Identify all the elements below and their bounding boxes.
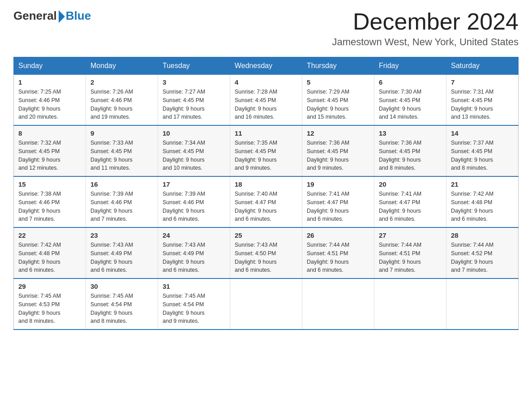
calendar-cell xyxy=(374,278,446,330)
day-number: 21 xyxy=(451,180,514,188)
day-info: Sunrise: 7:39 AMSunset: 4:46 PMDaylight:… xyxy=(90,190,153,223)
week-row-5: 29 Sunrise: 7:45 AMSunset: 4:53 PMDaylig… xyxy=(14,278,519,330)
header-wednesday: Wednesday xyxy=(230,57,302,75)
day-number: 13 xyxy=(379,129,442,137)
day-number: 2 xyxy=(90,78,153,86)
day-info: Sunrise: 7:28 AMSunset: 4:45 PMDaylight:… xyxy=(235,88,297,121)
logo-blue-text: Blue xyxy=(66,9,91,23)
day-info: Sunrise: 7:41 AMSunset: 4:47 PMDaylight:… xyxy=(307,190,369,223)
day-info: Sunrise: 7:36 AMSunset: 4:45 PMDaylight:… xyxy=(379,139,442,172)
header-saturday: Saturday xyxy=(446,57,519,75)
day-info: Sunrise: 7:32 AMSunset: 4:45 PMDaylight:… xyxy=(18,139,81,172)
day-number: 12 xyxy=(307,129,369,137)
calendar-cell: 30 Sunrise: 7:45 AMSunset: 4:54 PMDaylig… xyxy=(86,278,158,330)
calendar-cell: 15 Sunrise: 7:38 AMSunset: 4:46 PMDaylig… xyxy=(14,176,86,227)
day-info: Sunrise: 7:36 AMSunset: 4:45 PMDaylight:… xyxy=(307,139,369,172)
calendar-cell: 19 Sunrise: 7:41 AMSunset: 4:47 PMDaylig… xyxy=(302,176,374,227)
day-info: Sunrise: 7:43 AMSunset: 4:50 PMDaylight:… xyxy=(235,241,297,274)
calendar-cell: 7 Sunrise: 7:31 AMSunset: 4:45 PMDayligh… xyxy=(446,75,519,126)
day-number: 6 xyxy=(379,78,442,86)
calendar-cell: 10 Sunrise: 7:34 AMSunset: 4:45 PMDaylig… xyxy=(158,125,230,176)
title-area: December 2024 Jamestown West, New York, … xyxy=(332,9,519,48)
day-number: 3 xyxy=(163,78,225,86)
logo: General Blue xyxy=(13,9,91,23)
day-info: Sunrise: 7:42 AMSunset: 4:48 PMDaylight:… xyxy=(451,190,514,223)
day-info: Sunrise: 7:43 AMSunset: 4:49 PMDaylight:… xyxy=(163,241,225,274)
calendar-cell: 8 Sunrise: 7:32 AMSunset: 4:45 PMDayligh… xyxy=(14,125,86,176)
day-number: 18 xyxy=(235,180,297,188)
calendar-cell: 17 Sunrise: 7:39 AMSunset: 4:46 PMDaylig… xyxy=(158,176,230,227)
calendar-cell: 22 Sunrise: 7:42 AMSunset: 4:48 PMDaylig… xyxy=(14,227,86,278)
calendar-header-row: SundayMondayTuesdayWednesdayThursdayFrid… xyxy=(14,57,519,75)
day-info: Sunrise: 7:44 AMSunset: 4:52 PMDaylight:… xyxy=(451,241,514,274)
day-number: 10 xyxy=(163,129,225,137)
calendar-cell: 4 Sunrise: 7:28 AMSunset: 4:45 PMDayligh… xyxy=(230,75,302,126)
day-info: Sunrise: 7:41 AMSunset: 4:47 PMDaylight:… xyxy=(379,190,442,223)
day-number: 30 xyxy=(90,283,153,290)
calendar-cell: 18 Sunrise: 7:40 AMSunset: 4:47 PMDaylig… xyxy=(230,176,302,227)
calendar-cell: 6 Sunrise: 7:30 AMSunset: 4:45 PMDayligh… xyxy=(374,75,446,126)
day-number: 15 xyxy=(18,180,81,188)
calendar-cell xyxy=(446,278,519,330)
day-info: Sunrise: 7:26 AMSunset: 4:46 PMDaylight:… xyxy=(90,88,153,121)
calendar-cell: 25 Sunrise: 7:43 AMSunset: 4:50 PMDaylig… xyxy=(230,227,302,278)
calendar-cell: 21 Sunrise: 7:42 AMSunset: 4:48 PMDaylig… xyxy=(446,176,519,227)
day-number: 4 xyxy=(235,78,297,86)
month-title: December 2024 xyxy=(332,9,519,34)
day-number: 11 xyxy=(235,129,297,137)
day-info: Sunrise: 7:34 AMSunset: 4:45 PMDaylight:… xyxy=(163,139,225,172)
calendar-cell: 14 Sunrise: 7:37 AMSunset: 4:45 PMDaylig… xyxy=(446,125,519,176)
day-number: 25 xyxy=(235,231,297,239)
week-row-4: 22 Sunrise: 7:42 AMSunset: 4:48 PMDaylig… xyxy=(14,227,519,278)
day-number: 23 xyxy=(90,231,153,239)
day-number: 17 xyxy=(163,180,225,188)
calendar-cell: 28 Sunrise: 7:44 AMSunset: 4:52 PMDaylig… xyxy=(446,227,519,278)
calendar-cell: 9 Sunrise: 7:33 AMSunset: 4:45 PMDayligh… xyxy=(86,125,158,176)
page-header: General Blue December 2024 Jamestown Wes… xyxy=(13,9,519,48)
calendar-cell xyxy=(302,278,374,330)
calendar-cell: 29 Sunrise: 7:45 AMSunset: 4:53 PMDaylig… xyxy=(14,278,86,330)
day-info: Sunrise: 7:45 AMSunset: 4:54 PMDaylight:… xyxy=(90,292,153,325)
day-info: Sunrise: 7:29 AMSunset: 4:45 PMDaylight:… xyxy=(307,88,369,121)
calendar-table: SundayMondayTuesdayWednesdayThursdayFrid… xyxy=(13,57,519,330)
day-number: 5 xyxy=(307,78,369,86)
calendar-cell: 27 Sunrise: 7:44 AMSunset: 4:51 PMDaylig… xyxy=(374,227,446,278)
day-number: 16 xyxy=(90,180,153,188)
header-friday: Friday xyxy=(374,57,446,75)
calendar-cell: 1 Sunrise: 7:25 AMSunset: 4:46 PMDayligh… xyxy=(14,75,86,126)
day-info: Sunrise: 7:43 AMSunset: 4:49 PMDaylight:… xyxy=(90,241,153,274)
day-number: 1 xyxy=(18,78,81,86)
day-info: Sunrise: 7:39 AMSunset: 4:46 PMDaylight:… xyxy=(163,190,225,223)
day-number: 14 xyxy=(451,129,514,137)
day-number: 9 xyxy=(90,129,153,137)
day-number: 24 xyxy=(163,231,225,239)
header-sunday: Sunday xyxy=(14,57,86,75)
day-info: Sunrise: 7:25 AMSunset: 4:46 PMDaylight:… xyxy=(18,88,81,121)
day-info: Sunrise: 7:40 AMSunset: 4:47 PMDaylight:… xyxy=(235,190,297,223)
day-info: Sunrise: 7:37 AMSunset: 4:45 PMDaylight:… xyxy=(451,139,514,172)
calendar-cell: 23 Sunrise: 7:43 AMSunset: 4:49 PMDaylig… xyxy=(86,227,158,278)
calendar-cell: 2 Sunrise: 7:26 AMSunset: 4:46 PMDayligh… xyxy=(86,75,158,126)
header-thursday: Thursday xyxy=(302,57,374,75)
day-info: Sunrise: 7:44 AMSunset: 4:51 PMDaylight:… xyxy=(379,241,442,274)
logo-triangle-icon xyxy=(59,10,65,23)
week-row-1: 1 Sunrise: 7:25 AMSunset: 4:46 PMDayligh… xyxy=(14,75,519,126)
day-info: Sunrise: 7:31 AMSunset: 4:45 PMDaylight:… xyxy=(451,88,514,121)
day-info: Sunrise: 7:45 AMSunset: 4:54 PMDaylight:… xyxy=(163,292,225,325)
logo-general-text: General xyxy=(13,9,57,23)
day-number: 26 xyxy=(307,231,369,239)
day-number: 27 xyxy=(379,231,442,239)
calendar-cell: 11 Sunrise: 7:35 AMSunset: 4:45 PMDaylig… xyxy=(230,125,302,176)
location-title: Jamestown West, New York, United States xyxy=(332,36,519,48)
day-info: Sunrise: 7:44 AMSunset: 4:51 PMDaylight:… xyxy=(307,241,369,274)
day-info: Sunrise: 7:38 AMSunset: 4:46 PMDaylight:… xyxy=(18,190,81,223)
week-row-2: 8 Sunrise: 7:32 AMSunset: 4:45 PMDayligh… xyxy=(14,125,519,176)
day-number: 19 xyxy=(307,180,369,188)
calendar-cell: 5 Sunrise: 7:29 AMSunset: 4:45 PMDayligh… xyxy=(302,75,374,126)
day-number: 20 xyxy=(379,180,442,188)
header-monday: Monday xyxy=(86,57,158,75)
day-info: Sunrise: 7:45 AMSunset: 4:53 PMDaylight:… xyxy=(18,292,81,325)
day-info: Sunrise: 7:33 AMSunset: 4:45 PMDaylight:… xyxy=(90,139,153,172)
day-number: 28 xyxy=(451,231,514,239)
day-number: 22 xyxy=(18,231,81,239)
